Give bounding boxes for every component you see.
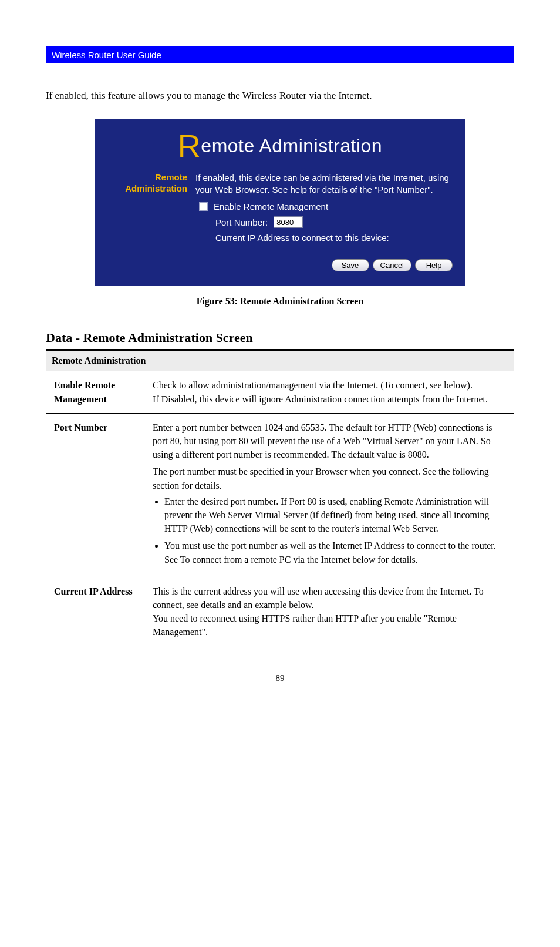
table-row: Current IP Address This is the current a… xyxy=(46,577,514,646)
panel-left-line1: Remote xyxy=(155,172,187,182)
row-body: Enter a port number between 1024 and 655… xyxy=(144,413,514,577)
panel-section-label: Remote Administration xyxy=(107,172,187,272)
enable-remote-checkbox[interactable] xyxy=(199,202,208,211)
table-row: Port Number Enter a port number between … xyxy=(46,413,514,577)
row-body-text: This is the current address you will use… xyxy=(153,586,484,637)
title-r-glyph: R xyxy=(178,128,201,163)
figure-caption: Figure 53: Remote Administration Screen xyxy=(46,296,514,307)
save-button[interactable]: Save xyxy=(332,259,369,271)
row-body: This is the current address you will use… xyxy=(144,577,514,646)
intro-paragraph: If enabled, this feature allows you to m… xyxy=(46,89,514,103)
row-bullet: You must use the port number as well as … xyxy=(164,539,506,566)
enable-remote-label: Enable Remote Management xyxy=(214,202,328,211)
port-number-label: Port Number: xyxy=(215,217,268,227)
panel-left-line2: Administration xyxy=(125,183,187,193)
title-rest: emote Administration xyxy=(201,135,382,156)
row-label: Enable Remote Management xyxy=(46,371,144,413)
page-number: 89 xyxy=(46,673,514,683)
row-lead: Enter a port number between 1024 and 655… xyxy=(153,421,506,462)
panel-title: Remote Administration xyxy=(107,130,453,162)
help-button[interactable]: Help xyxy=(415,259,453,271)
current-ip-label: Current IP Address to connect to this de… xyxy=(215,233,389,243)
row-mid: The port number must be specified in you… xyxy=(153,465,506,492)
row-bullet: Enter the desired port number. If Port 8… xyxy=(164,495,506,536)
data-heading: Data - Remote Administration Screen xyxy=(46,330,514,345)
chapter-title: Wireless Router User Guide xyxy=(52,50,161,60)
table-section-header: Remote Administration xyxy=(46,350,514,371)
row-body: Check to allow administration/management… xyxy=(144,371,514,413)
table-row: Enable Remote Management Check to allow … xyxy=(46,371,514,413)
remote-admin-panel: Remote Administration Remote Administrat… xyxy=(95,119,465,286)
row-body-text: Check to allow administration/management… xyxy=(153,380,488,404)
cancel-button[interactable]: Cancel xyxy=(373,259,411,271)
row-label: Port Number xyxy=(46,413,144,577)
row-label: Current IP Address xyxy=(46,577,144,646)
remote-admin-table: Remote Administration Enable Remote Mana… xyxy=(46,349,514,646)
chapter-header: Wireless Router User Guide xyxy=(46,46,514,63)
port-number-input[interactable] xyxy=(274,216,303,228)
panel-description: If enabled, this device can be administe… xyxy=(195,172,453,196)
